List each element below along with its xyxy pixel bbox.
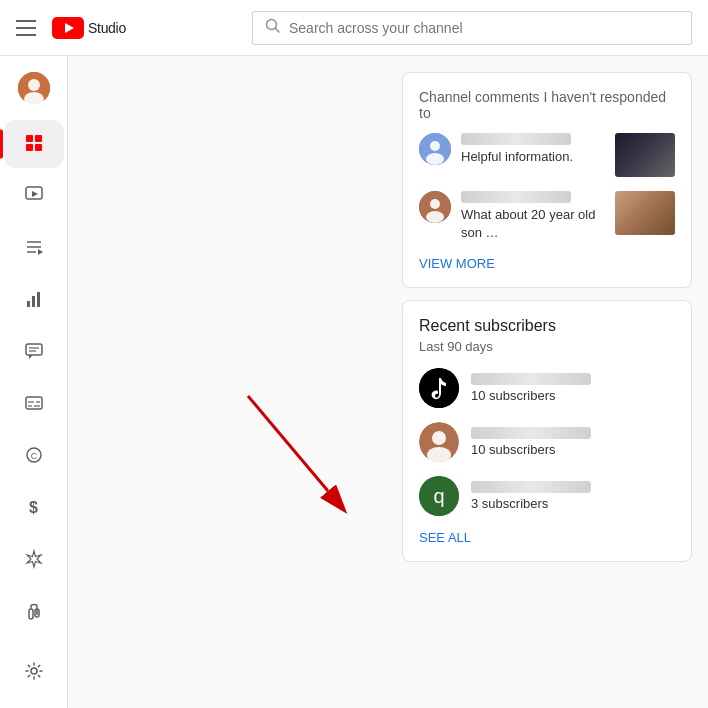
search-bar[interactable]: [252, 11, 692, 45]
playlists-icon: [24, 237, 44, 260]
svg-point-38: [426, 153, 444, 165]
search-input[interactable]: [289, 20, 679, 36]
logo-area: Studio: [52, 17, 126, 39]
comment-thumb-2: [615, 191, 675, 235]
subscriber-avatar-3: q: [419, 476, 459, 516]
comment-text-area-2: What about 20 year old son …: [461, 191, 605, 242]
svg-rect-24: [26, 397, 42, 409]
annotation-arrow: [188, 336, 388, 540]
svg-rect-18: [32, 296, 35, 307]
customization-icon: [24, 549, 44, 572]
svg-point-37: [430, 141, 440, 151]
sidebar-item-comments[interactable]: [4, 328, 64, 376]
sidebar-item-playlists[interactable]: [4, 224, 64, 272]
see-all-link[interactable]: SEE ALL: [419, 530, 675, 545]
subscriber-count-3: 3 subscribers: [471, 496, 675, 511]
sidebar-avatar-item[interactable]: [4, 64, 64, 112]
svg-point-41: [426, 211, 444, 223]
svg-rect-10: [35, 144, 42, 151]
sidebar-item-content[interactable]: [4, 172, 64, 220]
comment-text-area-1: Helpful information.: [461, 133, 605, 166]
svg-rect-7: [26, 135, 33, 142]
comments-icon: [24, 341, 44, 364]
sidebar-item-settings[interactable]: [4, 648, 64, 696]
audio-icon: [24, 601, 44, 624]
studio-label: Studio: [88, 20, 126, 36]
svg-rect-8: [35, 135, 42, 142]
svg-point-40: [430, 199, 440, 209]
subscriber-name-2-blurred: [471, 427, 591, 439]
settings-icon: [24, 661, 44, 684]
commenter-name-1-blurred: [461, 133, 571, 145]
svg-point-44: [432, 431, 446, 445]
svg-rect-20: [26, 344, 42, 355]
subscriber-avatar-2: [419, 422, 459, 462]
subscriber-info-3: 3 subscribers: [471, 481, 675, 511]
svg-marker-16: [38, 249, 43, 255]
subscriber-name-1-blurred: [471, 373, 591, 385]
sidebar-item-analytics[interactable]: [4, 276, 64, 324]
subscribers-title: Recent subscribers: [419, 317, 675, 335]
commenter-avatar-2: [419, 191, 451, 223]
content-icon: [24, 185, 44, 208]
main-content: Channel comments I haven't responded to …: [68, 56, 708, 708]
comment-thumb-1: [615, 133, 675, 177]
svg-line-3: [276, 28, 280, 32]
unanswered-comments-card: Channel comments I haven't responded to …: [402, 72, 692, 288]
youtube-logo-icon: [52, 17, 84, 39]
sidebar: C $: [0, 56, 68, 708]
subscriber-count-1: 10 subscribers: [471, 388, 675, 403]
svg-marker-12: [32, 191, 38, 197]
sidebar-item-subtitles[interactable]: [4, 380, 64, 428]
sidebar-item-monetization[interactable]: $: [4, 484, 64, 532]
svg-rect-31: [29, 609, 33, 619]
commenter-name-2-blurred: [461, 191, 571, 203]
subscriber-info-2: 10 subscribers: [471, 427, 675, 457]
main-layout: C $: [0, 56, 708, 708]
app-header: Studio: [0, 0, 708, 56]
sidebar-item-dashboard[interactable]: [4, 120, 64, 168]
svg-point-33: [31, 668, 37, 674]
svg-rect-19: [37, 292, 40, 307]
svg-text:q: q: [433, 485, 444, 507]
menu-button[interactable]: [16, 20, 36, 36]
comment-text-1: Helpful information.: [461, 148, 605, 166]
svg-text:C: C: [30, 451, 37, 461]
sidebar-item-copyright[interactable]: C: [4, 432, 64, 480]
subscriber-item-2: 10 subscribers: [419, 422, 675, 462]
view-more-link[interactable]: VIEW MORE: [419, 256, 675, 271]
copyright-icon: C: [24, 445, 44, 468]
svg-rect-9: [26, 144, 33, 151]
earn-icon: $: [29, 500, 38, 516]
subscriber-item-3: q 3 subscribers: [419, 476, 675, 516]
comment-item-2: What about 20 year old son …: [419, 191, 675, 242]
subtitles-icon: [24, 393, 44, 416]
subscriber-name-3-blurred: [471, 481, 591, 493]
search-icon: [265, 18, 281, 38]
subscribers-subtitle: Last 90 days: [419, 339, 675, 354]
subscriber-avatar-1: [419, 368, 459, 408]
subscriber-info-1: 10 subscribers: [471, 373, 675, 403]
svg-rect-17: [27, 301, 30, 307]
comment-text-2: What about 20 year old son …: [461, 206, 605, 242]
sidebar-item-audio[interactable]: [4, 588, 64, 636]
comment-item-1: Helpful information.: [419, 133, 675, 177]
svg-point-5: [28, 79, 40, 91]
commenter-avatar-1: [419, 133, 451, 165]
sidebar-item-customization[interactable]: [4, 536, 64, 584]
analytics-icon: [24, 289, 44, 312]
recent-subscribers-card: Recent subscribers Last 90 days 10 subsc…: [402, 300, 692, 562]
svg-line-35: [248, 396, 328, 491]
subscriber-count-2: 10 subscribers: [471, 442, 675, 457]
unanswered-card-title: Channel comments I haven't responded to: [419, 89, 675, 121]
user-avatar: [18, 72, 50, 104]
dashboard-icon: [24, 133, 44, 156]
subscriber-item-1: 10 subscribers: [419, 368, 675, 408]
